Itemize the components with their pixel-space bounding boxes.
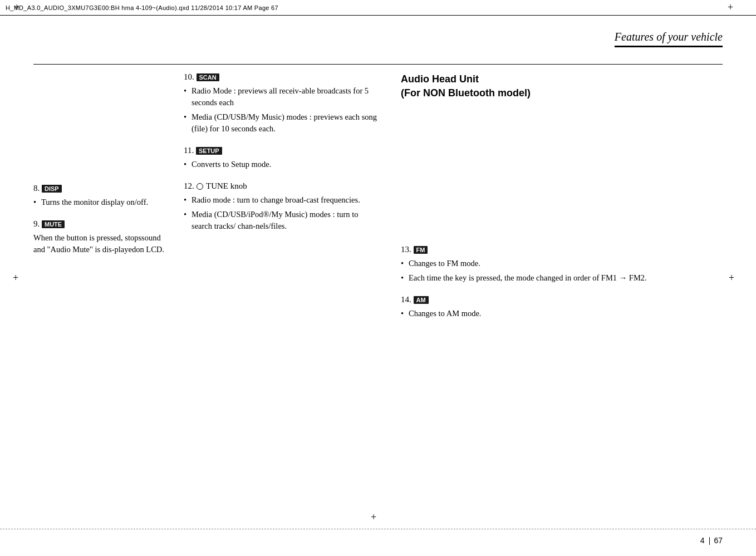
- right-column: Audio Head Unit (For NON Bluetooth model…: [401, 72, 735, 331]
- crosshair-mid-left: [16, 277, 24, 286]
- am-badge: AM: [414, 296, 429, 304]
- header-filename: H_MD_A3.0_AUDIO_3XMU7G3E00:BH hma 4-109~…: [6, 4, 278, 11]
- bottom-rule: [0, 529, 756, 529]
- section-11-number: 11. SETUP: [184, 146, 379, 155]
- page-divider: [709, 537, 710, 545]
- page-title: Features of your vehicle: [615, 31, 723, 43]
- tune-label: TUNE knob: [206, 181, 247, 190]
- crosshair-mid-right: [732, 277, 740, 286]
- section-12-bullet-1: Radio mode : turn to change broad-cast f…: [184, 194, 379, 206]
- section-13: 13. FM Changes to FM mode. Each time the…: [401, 245, 735, 284]
- section-9-text: When the button is pressed, stopssound a…: [33, 232, 173, 255]
- section-10-bullet-1: Radio Mode : previews all receiv-able br…: [184, 85, 379, 109]
- section-9-number: 9. MUTE: [33, 219, 173, 229]
- section-13-list: Changes to FM mode. Each time the key is…: [401, 258, 735, 284]
- section-12-list: Radio mode : turn to change broad-cast f…: [184, 194, 379, 232]
- fm-badge: FM: [414, 246, 428, 254]
- audio-head-title-line2: (For NON Bluetooth model): [401, 86, 735, 100]
- header-bar: H_MD_A3.0_AUDIO_3XMU7G3E00:BH hma 4-109~…: [0, 0, 756, 16]
- top-rule: [33, 64, 723, 65]
- scan-badge: SCAN: [197, 73, 219, 81]
- page-number: 4 67: [700, 536, 723, 545]
- section-14-number: 14. AM: [401, 295, 735, 304]
- section-8-number: 8. DISP: [33, 184, 173, 193]
- mid-column: 10. SCAN Radio Mode : previews all recei…: [184, 72, 379, 243]
- audio-head-title-line1: Audio Head Unit: [401, 72, 735, 86]
- section-13-bullet-2: Each time the key is pressed, the mode c…: [401, 272, 735, 284]
- crosshair-bottom-center: [374, 516, 382, 525]
- section-11-bullet-1: Converts to Setup mode.: [184, 159, 379, 170]
- section-8-list: Turns the monitor display on/off.: [33, 196, 173, 208]
- section-10: 10. SCAN Radio Mode : previews all recei…: [184, 72, 379, 135]
- crosshair-top-left: [17, 7, 26, 16]
- page-num: 67: [714, 536, 723, 545]
- page-title-section: Features of your vehicle: [615, 31, 723, 47]
- section-12-number: 12. TUNE knob: [184, 181, 379, 191]
- mute-badge: MUTE: [42, 220, 65, 228]
- section-14-bullet-1: Changes to AM mode.: [401, 308, 735, 319]
- setup-badge: SETUP: [196, 147, 222, 155]
- section-12: 12. TUNE knob Radio mode : turn to chang…: [184, 181, 379, 232]
- section-8: 8. DISP Turns the monitor display on/off…: [33, 184, 173, 208]
- section-9: 9. MUTE When the button is pressed, stop…: [33, 219, 173, 255]
- section-13-number: 13. FM: [401, 245, 735, 254]
- audio-head-title: Audio Head Unit (For NON Bluetooth model…: [401, 72, 735, 100]
- chapter-number: 4: [700, 536, 705, 545]
- section-11: 11. SETUP Converts to Setup mode.: [184, 146, 379, 170]
- section-10-bullet-2: Media (CD/USB/My Music) modes : previews…: [184, 111, 379, 135]
- section-14-list: Changes to AM mode.: [401, 308, 735, 319]
- tune-knob-icon: [197, 183, 203, 190]
- section-13-bullet-1: Changes to FM mode.: [401, 258, 735, 269]
- disp-badge: DISP: [42, 185, 62, 193]
- section-14: 14. AM Changes to AM mode.: [401, 295, 735, 319]
- section-10-number: 10. SCAN: [184, 72, 379, 82]
- main-content: 8. DISP Turns the monitor display on/off…: [33, 72, 723, 523]
- section-8-bullet-1: Turns the monitor display on/off.: [33, 196, 173, 208]
- section-11-list: Converts to Setup mode.: [184, 159, 379, 170]
- crosshair-top-right: [730, 7, 739, 16]
- section-10-list: Radio Mode : previews all receiv-able br…: [184, 85, 379, 135]
- left-column: 8. DISP Turns the monitor display on/off…: [33, 184, 173, 267]
- title-underline: [615, 46, 723, 47]
- section-12-bullet-2: Media (CD/USB/iPod®/My Music) modes : tu…: [184, 209, 379, 232]
